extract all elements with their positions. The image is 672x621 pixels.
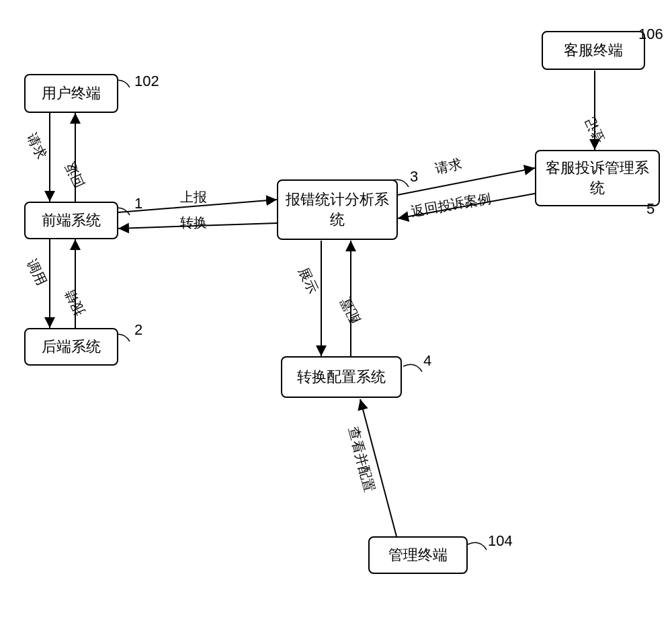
ref-cs-terminal: 106	[638, 26, 663, 43]
node-user-terminal: 用户终端	[24, 74, 118, 113]
node-label: 管理终端	[388, 545, 448, 565]
edge-register-csterm-complaint: 登记	[581, 114, 609, 147]
node-complaint: 客服投诉管理系统	[535, 150, 660, 206]
edge-configure-config-analysis: 配置	[337, 294, 364, 327]
node-cs-terminal: 客服终端	[542, 31, 645, 70]
node-label: 客服终端	[564, 40, 623, 60]
node-label: 转换配置系统	[297, 367, 386, 387]
edge-request-analysis-complaint: 请求	[433, 155, 464, 178]
svg-line-8	[398, 168, 535, 195]
node-label: 客服投诉管理系统	[540, 158, 655, 198]
ref-complaint: 5	[646, 200, 655, 218]
edge-display-analysis-config: 展示	[294, 265, 322, 297]
edge-view-configure-admin-config: 查看并配置	[344, 425, 379, 495]
ref-admin-terminal: 104	[488, 532, 513, 550]
edge-call-frontend-backend: 调用	[23, 257, 50, 289]
edge-return-frontend-user: 回返	[61, 159, 89, 191]
system-diagram: 用户终端 102 前端系统 1 后端系统 2 报错统计分析系统 3 转换配置系统…	[0, 0, 672, 621]
node-config: 转换配置系统	[281, 356, 402, 398]
ref-frontend: 1	[134, 195, 142, 212]
edge-request-user-frontend: 请求	[23, 130, 50, 163]
node-label: 报错统计分析系统	[282, 190, 392, 230]
node-admin-terminal: 管理终端	[368, 536, 468, 574]
ref-analysis: 3	[410, 168, 418, 185]
edge-error-backend-frontend: 报错	[61, 286, 89, 319]
ref-user-terminal: 102	[134, 73, 159, 90]
edge-transform-analysis-frontend: 转换	[180, 214, 207, 232]
node-label: 后端系统	[42, 337, 101, 357]
node-frontend: 前端系统	[24, 202, 118, 239]
node-label: 前端系统	[42, 210, 101, 231]
node-analysis: 报错统计分析系统	[277, 179, 398, 240]
edge-report-frontend-analysis: 上报	[180, 188, 207, 206]
edge-return-complaint-analysis: 返回投诉案例	[410, 189, 493, 220]
ref-config: 4	[423, 352, 431, 370]
node-label: 用户终端	[42, 83, 101, 104]
node-backend: 后端系统	[24, 328, 118, 366]
ref-backend: 2	[134, 321, 142, 339]
